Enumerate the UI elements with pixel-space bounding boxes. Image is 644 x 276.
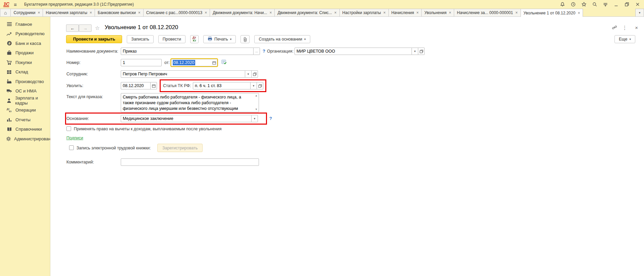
sidebar-item-truck[interactable]: ОС и НМА (0, 86, 50, 96)
organization-input[interactable] (294, 48, 412, 55)
sidebar-item-dtkt[interactable]: ДтКтОперации (0, 106, 50, 115)
date-input[interactable]: 08.12.2020 (171, 59, 211, 66)
tab-home[interactable]: ⌂ (0, 9, 11, 16)
tab-8[interactable]: Увольнения× (421, 9, 454, 16)
tab-close-icon[interactable]: × (269, 11, 272, 15)
create-based-on-button[interactable]: Создать на основании▾ (254, 35, 310, 43)
tab-9[interactable]: Начисление за... 0000-000001× (454, 9, 521, 16)
show-postings-dtkt-button[interactable]: ДтКт (190, 35, 199, 43)
search-icon[interactable] (592, 1, 598, 7)
sidebar-item-book[interactable]: Справочники (0, 125, 50, 134)
labor-code-input[interactable] (193, 82, 251, 89)
organization-dropdown-icon[interactable]: ▾ (412, 48, 418, 55)
scroll-up-icon[interactable]: ▲ (255, 94, 258, 97)
dismiss-date-input[interactable] (121, 82, 151, 89)
tab-close-icon[interactable]: × (416, 11, 419, 15)
main-menu-burger-icon[interactable]: ≡ (14, 2, 17, 7)
register-button[interactable]: Зарегистрировать (157, 144, 203, 152)
sidebar-item-ruble[interactable]: ₽Банк и касса (0, 39, 50, 48)
apply-deductions-checkbox[interactable] (66, 126, 71, 131)
more-dots-icon[interactable]: ⋮ (622, 25, 627, 31)
sidebar-item-grid[interactable]: Склад (0, 67, 50, 77)
tab-overflow-caret-icon[interactable]: ▾ (635, 9, 644, 16)
sidebar-item-chart[interactable]: Отчеты (0, 115, 50, 125)
tab-close-icon[interactable]: × (205, 11, 207, 15)
tab-4[interactable]: Движения документа: Начи...× (210, 9, 275, 16)
doc-name-input[interactable] (121, 48, 254, 55)
tab-7[interactable]: Начисления× (388, 9, 422, 16)
document-check-icon[interactable] (221, 60, 227, 66)
save-button[interactable]: Записать (127, 35, 153, 43)
history-clock-icon[interactable] (570, 1, 576, 7)
close-window-icon[interactable] (635, 1, 641, 7)
service-menu-icon[interactable] (602, 1, 608, 7)
number-input[interactable] (121, 59, 162, 66)
organization-field: ▾ (294, 48, 425, 55)
apply-deductions-label: Применять право на вычеты к доходам, вып… (74, 127, 222, 131)
sidebar-item-menu[interactable]: Главное (0, 19, 50, 29)
nav-back-button[interactable]: ← (66, 24, 79, 32)
print-button[interactable]: Печать▾ (203, 35, 236, 43)
basis-field: ▾ (121, 115, 258, 122)
post-and-close-button[interactable]: Провести и закрыть (66, 35, 122, 43)
organization-open-icon[interactable] (418, 48, 425, 55)
sidebar-item-bag[interactable]: Продажи (0, 48, 50, 58)
tab-5[interactable]: Движения документа: Спис...× (274, 9, 339, 16)
employee-open-icon[interactable] (252, 70, 258, 78)
tab-close-icon[interactable]: × (516, 11, 518, 15)
nav-forward-button[interactable]: → (79, 24, 92, 32)
sidebar-item-factory[interactable]: Производство (0, 77, 50, 86)
order-text-input[interactable]: Смерть работника либо работодателя - физ… (121, 93, 259, 112)
tab-0[interactable]: Сотрудники× (10, 9, 43, 16)
title-bar: 1С ≡ Бухгалтерия предприятия, редакция 3… (0, 0, 644, 9)
sidebar-item-label: Склад (15, 69, 28, 74)
basis-help-icon[interactable]: ? (269, 116, 272, 121)
tab-1[interactable]: Начисления зарплаты× (43, 9, 95, 16)
page-title: Увольнение 1 от 08.12.2020 (105, 24, 178, 31)
restore-icon[interactable] (624, 1, 630, 7)
favorite-star-icon[interactable]: ☆ (95, 25, 100, 31)
close-tab-icon[interactable]: × (635, 25, 638, 30)
sidebar-item-label: Банк и касса (15, 41, 41, 46)
tab-close-icon[interactable]: × (578, 11, 580, 15)
tab-6[interactable]: Настройки зарплаты× (339, 9, 389, 16)
comment-input[interactable] (121, 158, 259, 166)
sidebar-item-label: Справочники (15, 127, 42, 132)
doc-name-help-icon[interactable]: ? (263, 49, 265, 54)
attachments-paperclip-button[interactable] (240, 35, 250, 43)
favorites-star-icon[interactable] (581, 1, 587, 7)
tab-close-icon[interactable]: × (383, 11, 386, 15)
get-link-icon[interactable] (612, 25, 617, 31)
tab-close-icon[interactable]: × (334, 11, 337, 15)
more-actions-button[interactable]: Еще▾ (614, 35, 635, 43)
tab-close-icon[interactable]: × (90, 11, 92, 15)
scroll-down-icon[interactable]: ▼ (255, 108, 258, 111)
sidebar-item-cart[interactable]: Покупки (0, 58, 50, 67)
tab-close-icon[interactable]: × (138, 11, 141, 15)
calendar-icon[interactable] (211, 59, 217, 66)
doc-name-label: Наименование документа: (66, 49, 118, 54)
labor-code-dropdown-icon[interactable]: ▾ (251, 82, 257, 89)
tab-2[interactable]: Банковские выписки× (95, 9, 144, 16)
labor-code-open-icon[interactable] (257, 82, 263, 89)
basis-dropdown-icon[interactable]: ▾ (252, 115, 258, 122)
sidebar-item-gear[interactable]: Администрирование (0, 134, 50, 144)
notifications-bell-icon[interactable] (559, 1, 566, 7)
minimize-icon[interactable] (613, 1, 619, 7)
basis-input[interactable] (121, 115, 252, 122)
sidebar-item-trend[interactable]: Руководителю (0, 29, 50, 39)
ellipsis-choose-button[interactable]: ... (254, 48, 260, 55)
signatures-link[interactable]: Подписи (66, 136, 83, 140)
tab-label: Движения документа: Спис... (277, 10, 332, 15)
post-button[interactable]: Провести (158, 35, 185, 43)
tab-close-icon[interactable]: × (38, 11, 40, 15)
sidebar-item-person[interactable]: Зарплата и кадры (0, 96, 50, 106)
employee-input[interactable] (121, 70, 245, 78)
tab-3[interactable]: Списание с рас...0000-000013× (143, 9, 210, 16)
tab-close-icon[interactable]: × (449, 11, 451, 15)
number-label: Номер: (66, 60, 80, 65)
tab-10[interactable]: Увольнение 1 от 08.12.2020× (521, 9, 583, 17)
electronic-workbook-checkbox[interactable] (69, 145, 74, 150)
employee-dropdown-icon[interactable]: ▾ (245, 70, 252, 78)
dismiss-calendar-icon[interactable] (151, 82, 157, 89)
